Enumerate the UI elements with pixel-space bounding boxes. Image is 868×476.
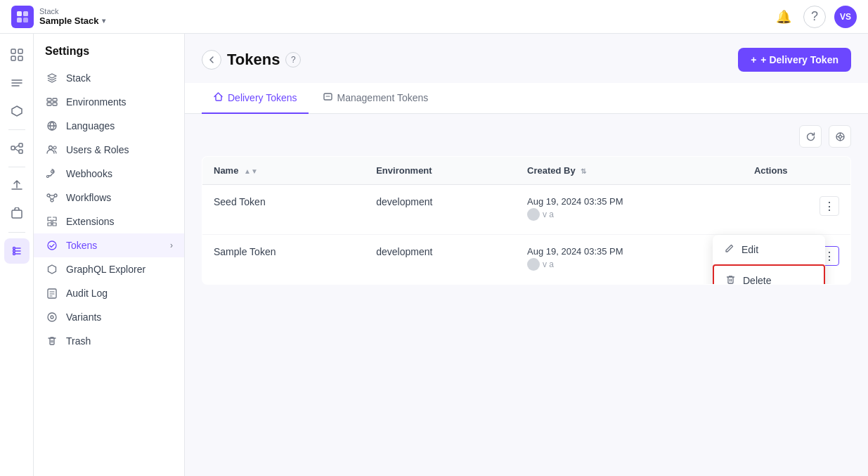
table-row: Seed Token development Aug 19, 2024 03:3… (202, 185, 851, 235)
token-created-cell: Aug 19, 2024 03:35 PM v a (516, 235, 743, 285)
created-by: v a (527, 258, 732, 273)
page-title: Tokens (227, 51, 280, 69)
topbar-left: Stack Sample Stack ▾ (11, 6, 105, 28)
table-header-row: Name ▲▼ Environment Created By ⇅ Actions (202, 157, 851, 185)
edit-icon (724, 243, 734, 256)
environments-nav-icon (45, 96, 59, 108)
col-name[interactable]: Name ▲▼ (202, 157, 365, 185)
actions-dropdown-menu: Edit Delete (713, 235, 825, 285)
delivery-tab-icon (213, 91, 224, 104)
svg-point-31 (51, 171, 53, 173)
created-date: Aug 19, 2024 03:35 PM (527, 246, 732, 257)
sidebar-item-webhooks[interactable]: Webhooks (34, 162, 184, 186)
sidebar-item-stack[interactable]: Stack (34, 66, 184, 90)
svg-line-14 (15, 146, 19, 148)
add-delivery-token-button[interactable]: + + Delivery Token (738, 48, 851, 72)
svg-rect-2 (17, 18, 22, 22)
token-actions-cell-1: ⋮ (743, 185, 851, 235)
svg-rect-5 (18, 49, 22, 53)
management-tab-icon (323, 91, 333, 104)
notification-button[interactable]: 🔔 (772, 6, 795, 28)
tokens-table: Name ▲▼ Environment Created By ⇅ Actions (202, 156, 851, 285)
svg-rect-11 (11, 146, 15, 150)
sidebar-item-environments[interactable]: Environments (34, 90, 184, 114)
svg-rect-25 (47, 103, 51, 105)
sidebar-divider-3 (8, 232, 25, 233)
svg-point-19 (13, 253, 15, 255)
app-logo (11, 6, 34, 28)
users-nav-icon (45, 144, 59, 155)
svg-point-18 (13, 250, 15, 252)
col-actions: Actions (743, 157, 851, 185)
stack-nav-icon (45, 72, 59, 84)
sidebar-icon-taxonomy[interactable] (4, 136, 30, 161)
tab-management-tokens[interactable]: Management Tokens (311, 83, 440, 114)
tab-delivery-tokens[interactable]: Delivery Tokens (202, 83, 309, 114)
languages-nav-icon (45, 120, 59, 131)
svg-rect-26 (53, 103, 57, 105)
table-row: Sample Token development Aug 19, 2024 03… (202, 235, 851, 285)
workflows-nav-icon (45, 192, 59, 203)
sidebar-item-trash[interactable]: Trash (34, 329, 184, 353)
plus-icon: + (751, 54, 756, 65)
refresh-button[interactable] (799, 125, 822, 148)
sidebar-item-tokens[interactable]: Tokens › (34, 233, 184, 257)
tokens-chevron-icon: › (170, 240, 173, 250)
trash-nav-icon (45, 335, 59, 347)
sidebar-divider-2 (8, 167, 25, 167)
sidebar-title: Settings (34, 45, 184, 66)
sidebar-item-variants[interactable]: Variants (34, 305, 184, 329)
topbar: Stack Sample Stack ▾ 🔔 ? VS (0, 0, 868, 34)
sidebar-icon-assets[interactable] (4, 98, 30, 124)
name-sort-icon: ▲▼ (244, 167, 258, 175)
svg-rect-24 (53, 98, 57, 101)
icon-sidebar (0, 34, 34, 476)
settings-columns-button[interactable] (829, 125, 851, 148)
sidebar-item-graphql[interactable]: GraphQL Explorer (34, 257, 184, 281)
delete-action-item[interactable]: Delete (713, 264, 825, 285)
svg-rect-23 (47, 98, 51, 101)
sidebar-divider-1 (8, 129, 25, 130)
back-button[interactable] (202, 50, 221, 70)
help-button[interactable]: ? (803, 6, 826, 28)
svg-rect-4 (11, 49, 15, 53)
sidebar-item-languages[interactable]: Languages (34, 114, 184, 138)
token-name-cell: Sample Token (202, 235, 365, 285)
extensions-nav-icon (45, 216, 59, 227)
sidebar-icon-content[interactable] (4, 70, 30, 96)
col-created-by[interactable]: Created By ⇅ (516, 157, 743, 185)
sidebar-item-users-roles[interactable]: Users & Roles (34, 138, 184, 162)
topbar-right: 🔔 ? VS (772, 6, 857, 28)
sidebar-icon-deploy[interactable] (4, 173, 30, 198)
webhooks-nav-icon (45, 168, 59, 179)
tabs-bar: Delivery Tokens Management Tokens (185, 83, 868, 114)
edit-action-item[interactable]: Edit (713, 235, 825, 264)
nav-sidebar: Settings Stack Environments Languages Us… (34, 34, 185, 476)
token-env-cell: development (365, 235, 516, 285)
variants-nav-icon (45, 311, 59, 323)
table-area: Name ▲▼ Environment Created By ⇅ Actions (185, 114, 868, 296)
svg-line-37 (53, 197, 55, 200)
sidebar-item-audit-log[interactable]: Audit Log (34, 281, 184, 305)
svg-line-15 (15, 148, 19, 152)
sidebar-icon-releases[interactable] (4, 201, 30, 226)
token-name-cell: Seed Token (202, 185, 365, 235)
sidebar-icon-settings[interactable] (4, 238, 30, 264)
sidebar-item-workflows[interactable]: Workflows (34, 186, 184, 210)
svg-point-48 (838, 135, 841, 138)
sidebar-icon-dashboard[interactable] (4, 42, 30, 67)
actions-menu-button-1[interactable]: ⋮ (820, 196, 839, 216)
svg-point-17 (13, 247, 15, 250)
stack-name-label: Sample Stack ▾ (39, 15, 105, 26)
created-date: Aug 19, 2024 03:35 PM (527, 196, 732, 207)
svg-rect-0 (17, 11, 22, 16)
token-created-cell: Aug 19, 2024 03:35 PM v a (516, 185, 743, 235)
sidebar-item-extensions[interactable]: Extensions (34, 210, 184, 233)
chevron-down-icon[interactable]: ▾ (102, 17, 105, 25)
help-tooltip-button[interactable]: ? (285, 52, 301, 67)
user-avatar[interactable]: VS (834, 6, 857, 28)
svg-point-30 (47, 176, 49, 178)
created-by: v a (527, 208, 732, 223)
main-content: Tokens ? + + Delivery Token Delivery Tok… (185, 34, 868, 476)
svg-rect-13 (19, 150, 22, 153)
